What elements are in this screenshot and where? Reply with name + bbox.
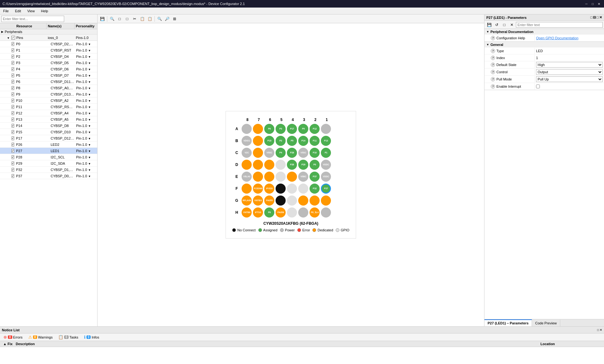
chip-pin-E1[interactable]: V5LA0	[242, 172, 252, 182]
param-select-control[interactable]: OutputInput	[536, 69, 603, 75]
chip-pin-B6[interactable]: P14	[298, 136, 308, 146]
chip-pin-F3[interactable]: IFVDD	[264, 184, 274, 194]
chip-pin-A1[interactable]	[242, 124, 252, 134]
chip-pin-B8[interactable]: P13	[321, 136, 331, 146]
errors-filter-btn[interactable]: ⊗ 0 Errors	[2, 334, 24, 340]
pin-check-p15[interactable]: ✓	[12, 130, 14, 134]
pin-row-p8[interactable]: ✓ P8 CYBSP_A0,CYBSP_THERM_TEMP_SENSE Pin…	[0, 85, 97, 91]
toolbar-save-btn[interactable]: 💾	[99, 15, 106, 22]
pin-row-p14[interactable]: ✓ P14 CYBSP_D8 Pin-1.0 ▼	[0, 123, 97, 129]
chip-pin-H8[interactable]	[321, 207, 331, 218]
pin-check-p14[interactable]: ✓	[12, 124, 14, 128]
chip-pin-D8[interactable]: VDDC	[321, 160, 331, 170]
pin-check-p26[interactable]: ✓	[12, 143, 14, 146]
pin-check-p8[interactable]: ✓	[12, 86, 14, 90]
chip-pin-A4[interactable]: P3	[276, 124, 286, 134]
chip-pin-F4[interactable]	[276, 184, 286, 194]
pin-row-p26[interactable]: ✓ P26 LED2 Pin-1.0 ▼	[0, 141, 97, 148]
pin-check-p32[interactable]: ✓	[12, 168, 14, 172]
toolbar-btn4[interactable]: 📋	[139, 15, 146, 22]
param-help-index[interactable]: ?	[491, 56, 495, 60]
chip-pin-H7[interactable]: P8_5L4	[310, 207, 320, 218]
chip-pin-F2[interactable]: P15SW8	[253, 184, 263, 194]
general-header[interactable]: ▼ General	[484, 42, 604, 47]
pin-check-p11[interactable]: ✓	[12, 105, 14, 109]
chip-pin-D2[interactable]	[253, 160, 263, 170]
pin-row-p15[interactable]: ✓ P15 CYBSP_D10 Pin-1.0 ▼	[0, 129, 97, 135]
pin-row-p11[interactable]: ✓ P11 CYBSP_RSVD9,SPI2_CS Pin-1.0 ▼	[0, 104, 97, 110]
menu-view[interactable]: View	[25, 8, 37, 14]
pin-row-p1[interactable]: ✓ P1 CYBSP_RST Pin-1.0 ▼	[0, 47, 97, 53]
close-button[interactable]: ✕	[596, 1, 601, 6]
chip-pin-A8[interactable]	[321, 124, 331, 134]
right-toolbar-btn2[interactable]: ↺	[493, 21, 500, 28]
chip-pin-C8[interactable]: P1	[321, 148, 331, 158]
config-help-icon[interactable]: ?	[491, 36, 495, 40]
toolbar-zoom-in[interactable]: 🔍	[156, 15, 163, 22]
right-title-btn3[interactable]: □	[596, 15, 599, 19]
chip-pin-G2[interactable]: VNTBS	[253, 196, 263, 206]
chip-pin-H1[interactable]: VNTB8	[242, 207, 252, 218]
chip-pin-F1[interactable]	[242, 184, 252, 194]
right-title-btn1[interactable]: □	[590, 15, 593, 19]
right-toolbar-btn4[interactable]: ✕	[508, 21, 515, 28]
chip-pin-E4[interactable]	[276, 172, 286, 182]
open-gpio-doc-link[interactable]: Open GPIO Documentation	[536, 36, 579, 40]
pin-check-p9[interactable]: ✓	[12, 92, 14, 96]
tab-parameters[interactable]: P27 (LED1) – Parameters	[484, 319, 532, 326]
chip-pin-B2[interactable]	[253, 136, 263, 146]
chip-pin-B7[interactable]: P11	[310, 136, 320, 146]
pin-check-p5[interactable]: ✓	[12, 74, 14, 77]
chip-pin-H2[interactable]: IFTSS	[253, 207, 263, 218]
chip-pin-A5[interactable]: P17	[287, 124, 297, 134]
chip-pin-F8[interactable]: P27	[321, 184, 331, 194]
right-title-btn4[interactable]: ✕	[599, 15, 602, 19]
toolbar-btn3[interactable]: ✂	[131, 15, 138, 22]
pin-check-p0[interactable]: ✓	[12, 42, 14, 46]
chip-pin-C3[interactable]: V5SC	[264, 148, 274, 158]
left-filter-input[interactable]	[1, 16, 64, 22]
chip-pin-E5[interactable]	[287, 172, 297, 182]
chip-pin-G5[interactable]	[287, 196, 297, 206]
chip-pin-G7[interactable]	[310, 196, 320, 206]
right-toolbar-btn1[interactable]: 💾	[486, 21, 493, 28]
pin-row-p37[interactable]: ✓ P37 CYBSP_D0,UART_RX Pin-1.0 ▼	[0, 173, 97, 179]
chip-pin-B1[interactable]: VDIO1	[242, 136, 252, 146]
pin-check-p28[interactable]: ✓	[12, 155, 14, 159]
chip-pin-C2[interactable]	[253, 148, 263, 158]
pins-arrow[interactable]: ▼	[6, 35, 11, 40]
chip-pin-G3[interactable]: PA055	[264, 196, 274, 206]
pin-row-p3[interactable]: ✓ P3 CYBSP_D5 Pin-1.0 ▼	[0, 60, 97, 66]
param-help-default-state[interactable]: ?	[491, 63, 495, 67]
chip-pin-E8[interactable]: VDDC	[321, 172, 331, 182]
pins-checkbox[interactable]: ✓	[11, 36, 15, 40]
pin-row-p10[interactable]: ✓ P10 CYBSP_A2 Pin-1.0 ▼	[0, 97, 97, 104]
pin-row-p5[interactable]: ✓ P5 CYBSP_D7 Pin-1.0 ▼	[0, 72, 97, 79]
chip-pin-G4[interactable]	[276, 196, 286, 206]
toolbar-btn2[interactable]: □	[124, 15, 131, 22]
toolbar-zoom-out[interactable]: 🔎	[164, 15, 171, 22]
chip-pin-G1[interactable]: RFLA09	[242, 196, 252, 206]
toolbar-btn1[interactable]: □	[116, 15, 123, 22]
chip-pin-E6[interactable]: V5BC	[298, 172, 308, 182]
pin-check-p10[interactable]: ✓	[12, 99, 14, 102]
chip-pin-F6[interactable]	[298, 184, 308, 194]
pin-check-p27[interactable]: ✓	[12, 149, 14, 153]
chip-pin-D3[interactable]	[264, 160, 274, 170]
notice-btn2[interactable]: ✕	[600, 328, 602, 332]
chip-pin-C6[interactable]: V5SC	[298, 148, 308, 158]
chip-pin-A3[interactable]: P6	[264, 124, 274, 134]
right-filter-input[interactable]	[516, 22, 603, 28]
param-help-pull-mode[interactable]: ?	[491, 77, 495, 81]
chip-pin-D7[interactable]: P0	[310, 160, 320, 170]
pin-row-p6[interactable]: ✓ P6 CYBSP_D11,SPI2_MOSI Pin-1.0 ▼	[0, 79, 97, 85]
pin-row-p27[interactable]: ✓ P27 LED1 Pin-1.0 ▼	[0, 148, 97, 154]
chip-pin-F5[interactable]	[287, 184, 297, 194]
pin-row-p0[interactable]: ✓ P0 CYBSP_D2,SW3,USER_BUTTON1 Pin-1.0 ▼	[0, 41, 97, 47]
param-help-control[interactable]: ?	[491, 70, 495, 74]
peripherals-section[interactable]: ▶ Peripherals	[0, 29, 97, 35]
pin-check-p17[interactable]: ✓	[12, 136, 14, 140]
infos-filter-btn[interactable]: ℹ 0 Infos	[82, 334, 101, 340]
chip-pin-B4[interactable]: P2	[276, 136, 286, 146]
chip-pin-G6[interactable]	[298, 196, 308, 206]
